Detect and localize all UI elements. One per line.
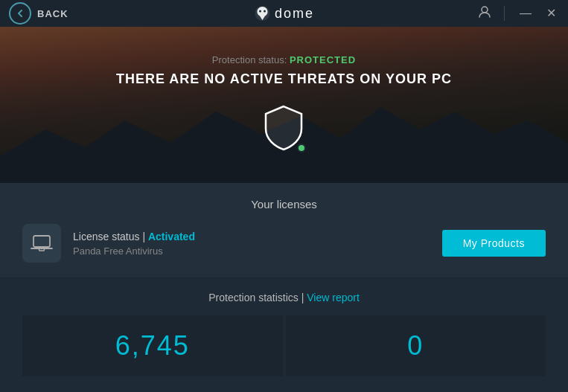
titlebar: BACK dome — ✕ xyxy=(0,0,568,27)
svg-point-1 xyxy=(258,10,261,13)
shield-wrapper xyxy=(263,105,304,155)
window-controls: — ✕ xyxy=(517,6,559,21)
view-report-link[interactable]: View report xyxy=(307,292,360,303)
license-row: License status | Activated Panda Free An… xyxy=(22,224,546,263)
stats-header: Protection statistics | View report xyxy=(22,292,546,303)
stat-card-1: 6,745 xyxy=(22,315,283,376)
license-separator: | xyxy=(142,231,148,242)
svg-point-2 xyxy=(263,10,265,13)
hero-section: Protection status: PROTECTED THERE ARE N… xyxy=(0,27,568,183)
licenses-section: Your licenses License status | Activated… xyxy=(0,183,568,278)
license-left: License status | Activated Panda Free An… xyxy=(22,224,195,263)
back-button[interactable] xyxy=(9,2,31,25)
logo-text: dome xyxy=(275,6,314,22)
stats-grid: 6,745 0 xyxy=(22,315,546,376)
svg-rect-4 xyxy=(33,236,50,247)
svg-point-3 xyxy=(482,7,488,13)
protection-value: PROTECTED xyxy=(290,54,356,65)
licenses-title: Your licenses xyxy=(22,198,546,211)
device-icon-wrap xyxy=(22,224,61,263)
license-info: License status | Activated Panda Free An… xyxy=(73,231,195,257)
back-label: BACK xyxy=(37,8,68,19)
statistics-section: Protection statistics | View report 6,74… xyxy=(0,278,568,376)
laptop-icon xyxy=(31,233,53,254)
hero-title: THERE ARE NO ACTIVE THREATS ON YOUR PC xyxy=(116,71,452,87)
hero-content: Protection status: PROTECTED THERE ARE N… xyxy=(116,54,452,155)
protection-label: Protection status: xyxy=(212,54,287,65)
license-activated-value: Activated xyxy=(148,231,195,242)
license-status-label: License status xyxy=(73,231,140,242)
stat-card-2: 0 xyxy=(286,315,546,376)
my-products-button[interactable]: My Products xyxy=(442,230,546,257)
minimize-button[interactable]: — xyxy=(517,6,535,21)
panda-dome-logo-icon xyxy=(254,5,270,22)
protection-status-line: Protection status: PROTECTED xyxy=(116,54,452,65)
titlebar-right: — ✕ xyxy=(477,4,559,23)
stats-label: Protection statistics xyxy=(208,292,299,303)
titlebar-divider xyxy=(504,6,505,21)
shield-active-dot xyxy=(297,144,306,152)
stat-value-1: 6,745 xyxy=(115,330,190,362)
titlebar-left: BACK xyxy=(9,2,68,25)
logo: dome xyxy=(254,5,314,22)
close-button[interactable]: ✕ xyxy=(543,6,559,21)
user-icon[interactable] xyxy=(477,4,492,23)
license-status-text: License status | Activated xyxy=(73,231,195,242)
stat-value-2: 0 xyxy=(407,330,424,362)
license-product-name: Panda Free Antivirus xyxy=(73,245,195,257)
